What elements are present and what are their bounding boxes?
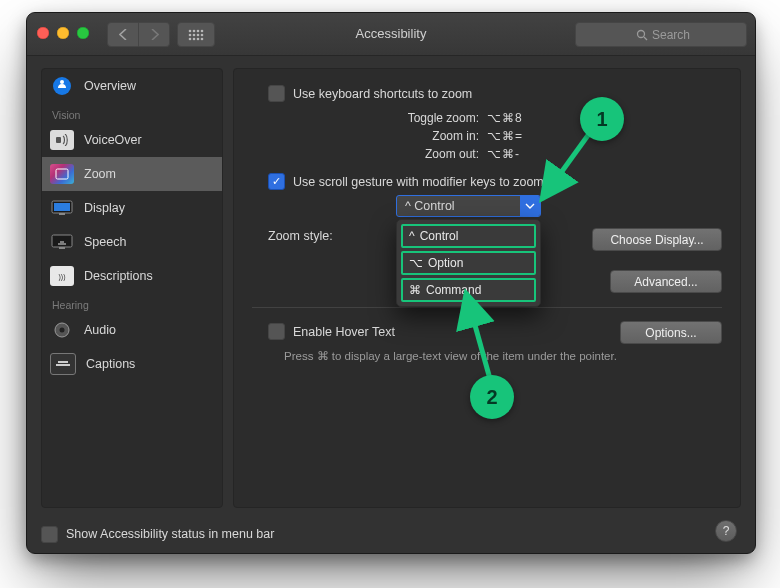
svg-point-10 [197, 37, 200, 40]
audio-icon [50, 320, 74, 340]
window-controls [37, 27, 89, 39]
svg-point-7 [201, 33, 204, 36]
status-menubar-label: Show Accessibility status in menu bar [66, 527, 274, 541]
svg-text:))): ))) [59, 273, 66, 281]
svg-point-12 [638, 30, 645, 37]
modifier-key-dropdown: ^ Control ⌥ Option ⌘ Command [396, 219, 541, 307]
advanced-button[interactable]: Advanced... [610, 270, 722, 293]
sidebar-item-speech[interactable]: Speech [42, 225, 222, 259]
svg-point-4 [189, 33, 192, 36]
sidebar-item-audio[interactable]: Audio [42, 313, 222, 347]
search-input[interactable]: Search [575, 22, 747, 47]
sidebar-item-voiceover[interactable]: VoiceOver [42, 123, 222, 157]
descriptions-icon: ))) [50, 266, 74, 286]
titlebar: Accessibility Search [27, 13, 755, 56]
voiceover-icon [50, 130, 74, 150]
overview-icon [50, 76, 74, 96]
forward-button[interactable] [139, 22, 170, 47]
svg-rect-19 [54, 203, 70, 211]
modifier-key-selected: ^ Control [397, 199, 520, 213]
zoom-pane: Use keyboard shortcuts to zoom Toggle zo… [233, 68, 741, 508]
sidebar-item-label: Speech [84, 235, 126, 249]
chevron-left-icon [119, 29, 128, 40]
modifier-key-select[interactable]: ^ Control [396, 195, 541, 217]
svg-point-6 [197, 33, 200, 36]
modifier-option-option[interactable]: ⌥ Option [401, 251, 536, 275]
status-menubar-checkbox[interactable] [41, 526, 58, 543]
annotation-badge-2: 2 [470, 375, 514, 419]
modifier-option-label: Option [428, 256, 463, 270]
svg-point-3 [201, 29, 204, 32]
show-all-button[interactable] [177, 22, 215, 47]
shortcut-list: Toggle zoom:⌥⌘8 Zoom in:⌥⌘= Zoom out:⌥⌘- [394, 109, 523, 163]
modifier-option-control[interactable]: ^ Control [401, 224, 536, 248]
zoom-in-label: Zoom in: [394, 127, 479, 145]
modifier-option-sym: ^ [409, 229, 415, 243]
speech-icon [50, 232, 74, 252]
chevron-down-icon [520, 196, 540, 216]
separator [252, 307, 722, 308]
svg-rect-22 [59, 247, 65, 249]
modifier-option-sym: ⌘ [409, 283, 421, 297]
help-button[interactable]: ? [715, 520, 737, 542]
sidebar-item-captions[interactable]: Captions [42, 347, 222, 381]
svg-rect-16 [56, 137, 61, 143]
sidebar-item-display[interactable]: Display [42, 191, 222, 225]
minimize-window-button[interactable] [57, 27, 69, 39]
sidebar-heading-vision: Vision [42, 103, 222, 123]
search-placeholder: Search [652, 28, 690, 42]
svg-line-29 [542, 127, 594, 199]
svg-point-1 [193, 29, 196, 32]
hover-text-hint: Press ⌘ to display a large-text view of … [284, 349, 720, 363]
svg-point-5 [193, 33, 196, 36]
hover-text-checkbox[interactable] [268, 323, 285, 340]
sidebar[interactable]: Overview Vision VoiceOver Zoom Display [41, 68, 223, 508]
sidebar-item-label: Captions [86, 357, 135, 371]
svg-point-15 [60, 80, 64, 84]
modifier-option-label: Control [420, 229, 459, 243]
sidebar-item-overview[interactable]: Overview [42, 69, 222, 103]
svg-rect-28 [58, 361, 68, 363]
kb-shortcuts-label: Use keyboard shortcuts to zoom [293, 87, 472, 101]
scroll-gesture-checkbox[interactable] [268, 173, 285, 190]
captions-icon [50, 353, 76, 375]
svg-rect-21 [52, 235, 72, 247]
annotation-badge-1: 1 [580, 97, 624, 141]
nav-back-forward [107, 22, 170, 47]
sidebar-item-label: Descriptions [84, 269, 153, 283]
sidebar-item-zoom[interactable]: Zoom [42, 157, 222, 191]
sidebar-heading-hearing: Hearing [42, 293, 222, 313]
zoom-icon [50, 164, 74, 184]
svg-rect-20 [59, 213, 65, 215]
display-icon [50, 198, 74, 218]
sidebar-item-descriptions[interactable]: ))) Descriptions [42, 259, 222, 293]
svg-point-11 [201, 37, 204, 40]
zoom-style-label: Zoom style: [268, 229, 333, 243]
kb-shortcuts-checkbox[interactable] [268, 85, 285, 102]
sidebar-item-label: Overview [84, 79, 136, 93]
sidebar-item-label: VoiceOver [84, 133, 142, 147]
svg-point-0 [189, 29, 192, 32]
svg-line-13 [644, 37, 647, 40]
svg-point-26 [60, 328, 65, 333]
zoom-out-label: Zoom out: [394, 145, 479, 163]
close-window-button[interactable] [37, 27, 49, 39]
footer: Show Accessibility status in menu bar ? [27, 514, 755, 554]
choose-display-button[interactable]: Choose Display... [592, 228, 722, 251]
search-icon [636, 29, 648, 41]
toggle-zoom-keys: ⌥⌘8 [487, 109, 523, 127]
hover-options-button[interactable]: Options... [620, 321, 722, 344]
svg-point-2 [197, 29, 200, 32]
zoom-out-keys: ⌥⌘- [487, 145, 520, 163]
grid-icon [188, 29, 204, 41]
preferences-window: Accessibility Search Overview Vision [26, 12, 756, 554]
fullscreen-window-button[interactable] [77, 27, 89, 39]
modifier-option-command[interactable]: ⌘ Command [401, 278, 536, 302]
chevron-right-icon [150, 29, 159, 40]
scroll-gesture-label: Use scroll gesture with modifier keys to… [293, 175, 547, 189]
back-button[interactable] [107, 22, 139, 47]
svg-rect-17 [56, 169, 68, 179]
svg-point-8 [189, 37, 192, 40]
svg-rect-27 [56, 364, 70, 366]
modifier-option-sym: ⌥ [409, 256, 423, 270]
